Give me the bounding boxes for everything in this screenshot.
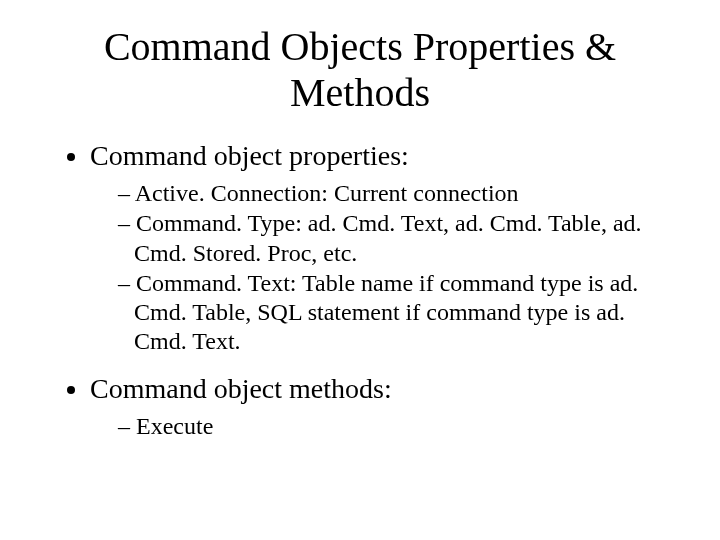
sub-list-item: Command. Text: Table name if command typ…: [118, 269, 670, 357]
slide-title: Command Objects Properties & Methods: [50, 24, 670, 116]
list-item: Command object properties: Active. Conne…: [90, 138, 670, 357]
sub-list-item: Active. Connection: Current connection: [118, 179, 670, 208]
sub-list-item: Execute: [118, 412, 670, 441]
list-item-text: Command object methods:: [90, 373, 392, 404]
sub-list-item: Command. Type: ad. Cmd. Text, ad. Cmd. T…: [118, 209, 670, 268]
bullet-list: Command object properties: Active. Conne…: [50, 138, 670, 441]
slide: Command Objects Properties & Methods Com…: [0, 0, 720, 540]
list-item-text: Command object properties:: [90, 140, 409, 171]
sub-list: Active. Connection: Current connection C…: [90, 179, 670, 357]
sub-list: Execute: [90, 412, 670, 441]
list-item: Command object methods: Execute: [90, 371, 670, 441]
